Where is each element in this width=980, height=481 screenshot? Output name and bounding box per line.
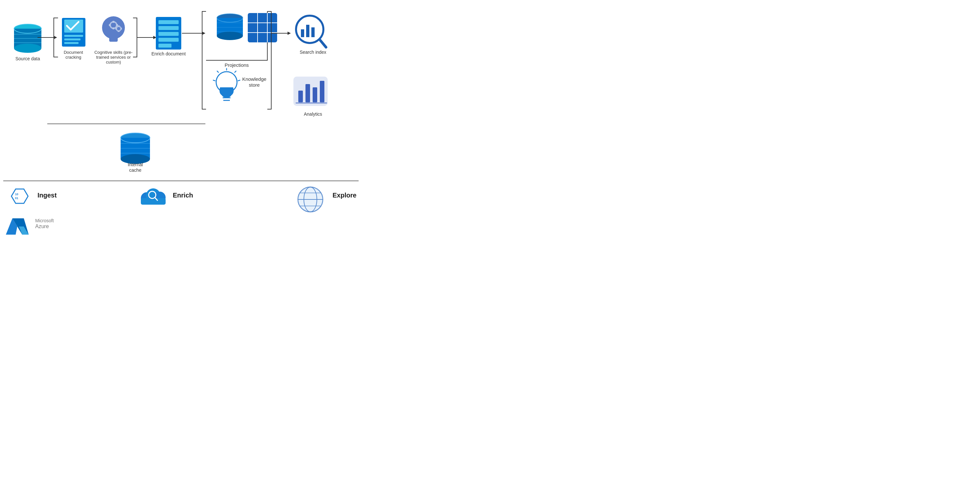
- internal-cache-icon: [121, 133, 150, 164]
- source-data-icon: [14, 24, 41, 53]
- cognitive-skills-label: Cognitive skills (pre-: [94, 50, 132, 55]
- svg-rect-26: [115, 28, 117, 30]
- svg-rect-63: [301, 29, 304, 37]
- source-data-label: Source data: [15, 56, 40, 61]
- explore-icon: [298, 187, 323, 212]
- ingest-label: Ingest: [38, 192, 57, 199]
- svg-rect-19: [113, 27, 115, 29]
- svg-point-23: [117, 27, 120, 30]
- microsoft-label: Microsoft: [35, 218, 54, 223]
- svg-rect-36: [158, 44, 172, 48]
- svg-rect-70: [313, 87, 317, 102]
- svg-rect-24: [118, 25, 120, 27]
- diagram-container: Source data Document cracking: [0, 0, 490, 240]
- svg-point-3: [14, 44, 41, 53]
- svg-rect-13: [64, 38, 81, 40]
- svg-rect-20: [109, 24, 111, 26]
- svg-rect-46: [248, 13, 277, 42]
- explore-label: Explore: [332, 192, 356, 199]
- svg-rect-34: [158, 32, 179, 36]
- document-cracking-label: Document: [64, 50, 83, 55]
- svg-rect-65: [311, 27, 315, 37]
- svg-rect-25: [118, 31, 120, 32]
- svg-rect-18: [113, 21, 115, 23]
- projections-label: Projections: [224, 62, 249, 68]
- main-diagram: Source data Document cracking: [0, 0, 490, 240]
- cognitive-skills-label2: trained services or: [96, 55, 131, 60]
- svg-point-17: [111, 22, 116, 28]
- svg-rect-12: [64, 35, 83, 37]
- svg-point-41: [217, 32, 243, 40]
- svg-rect-33: [158, 26, 179, 30]
- svg-rect-14: [64, 42, 79, 44]
- enrich-document-icon: [156, 17, 181, 49]
- svg-text:01: 01: [15, 197, 18, 200]
- svg-rect-28: [109, 37, 118, 42]
- blob-storage-icon: [217, 14, 243, 40]
- enrich-document-label: Enrich document: [151, 51, 186, 56]
- internal-cache-label2: cache: [129, 168, 142, 173]
- internal-cache-label: Internal: [128, 162, 143, 167]
- svg-rect-69: [305, 84, 310, 102]
- svg-rect-32: [158, 20, 179, 24]
- analytics-label: Analytics: [304, 111, 322, 117]
- svg-text:10: 10: [15, 193, 18, 196]
- svg-rect-90: [141, 198, 165, 205]
- knowledge-store-label: Knowledge: [242, 76, 266, 82]
- enrich-label: Enrich: [173, 192, 193, 199]
- search-index-label: Search index: [300, 49, 326, 55]
- azure-label: Azure: [35, 224, 49, 229]
- cognitive-skills-label3: custom): [106, 60, 121, 65]
- svg-rect-35: [158, 38, 179, 42]
- svg-rect-64: [306, 25, 309, 37]
- document-cracking-icon: [62, 18, 86, 47]
- table-storage-icon: [248, 13, 277, 42]
- document-cracking-label2: cracking: [65, 55, 81, 60]
- svg-rect-27: [121, 28, 122, 30]
- svg-rect-68: [298, 90, 303, 102]
- knowledge-store-label2: store: [249, 82, 259, 88]
- svg-rect-71: [320, 81, 325, 102]
- analytics-icon: [293, 76, 328, 106]
